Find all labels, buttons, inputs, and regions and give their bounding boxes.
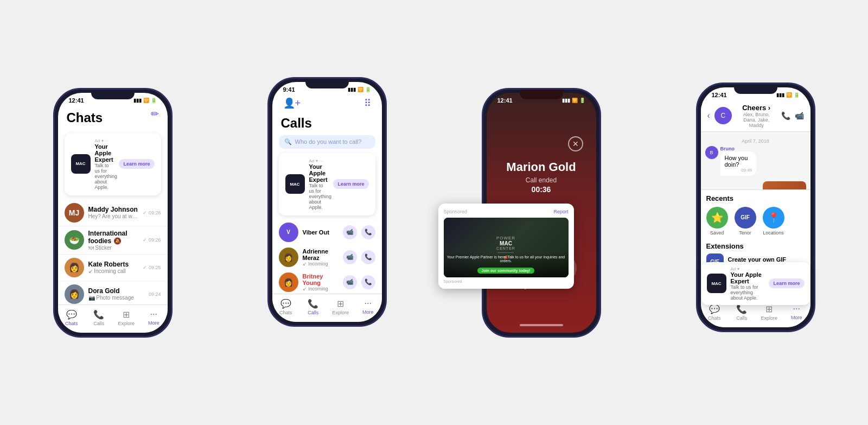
message-time-bruno: 09:49 bbox=[725, 168, 752, 173]
calls-top-icons: 👤+ ⠿ bbox=[272, 95, 382, 111]
call-item-britney[interactable]: 👩 Britney Young ↙ Incoming 📹 📞 bbox=[272, 270, 382, 294]
saved-icon-item[interactable]: ⭐ Saved bbox=[706, 207, 728, 236]
avatar-viber: V bbox=[279, 223, 298, 242]
status-icons-4: ▮▮▮ 🛜 🔋 bbox=[776, 92, 800, 98]
phone1: 12:41 ▮▮▮ 🛜 🔋 Chats ✏ MAC bbox=[53, 88, 173, 338]
tab-explore-label-2: Explore bbox=[332, 310, 349, 315]
video-header-icon[interactable]: 📹 bbox=[795, 111, 804, 120]
wifi-icon-4: 🛜 bbox=[786, 92, 792, 98]
phone2-wrapper: 9:41 ▮▮▮ 🛜 🔋 👤+ ⠿ Calls bbox=[267, 99, 387, 327]
tab-calls-1[interactable]: 📞 Calls bbox=[85, 309, 113, 326]
home-indicator-3 bbox=[520, 324, 563, 326]
ad-desc-2: Talk to us for everything about Apple. bbox=[309, 183, 329, 210]
report-link[interactable]: Report bbox=[553, 209, 568, 214]
tab-calls-2[interactable]: 📞 Calls bbox=[299, 299, 327, 315]
call-actions-viber: 📹 📞 bbox=[343, 225, 375, 239]
video-call-btn-britney[interactable]: 📹 bbox=[343, 275, 357, 289]
sponsored-label: Sponsored bbox=[444, 209, 468, 214]
search-bar-2[interactable]: 🔍 Who do you want to call? bbox=[279, 135, 375, 149]
tab-chats-label-4: Chats bbox=[708, 315, 721, 321]
back-button[interactable]: ‹ bbox=[707, 111, 710, 120]
audio-call-btn-britney[interactable]: 📞 bbox=[361, 275, 375, 289]
message-row-bruno: B Bruno How you doin? 09:49 bbox=[705, 146, 806, 178]
tab-more-2[interactable]: ··· More bbox=[354, 299, 382, 315]
ad-logo-overlay-text: MAC bbox=[711, 281, 721, 286]
tenor-icon-item[interactable]: GIF Tenor bbox=[735, 207, 756, 236]
wifi-icon-2: 🛜 bbox=[358, 87, 363, 92]
learn-more-btn-overlay[interactable]: Learn more bbox=[769, 278, 804, 288]
more-tab-icon-1: ··· bbox=[150, 309, 157, 319]
group-avatar: C bbox=[714, 107, 732, 124]
time-3: 12:41 bbox=[497, 97, 513, 104]
calls-list: V Viber Out 📹 📞 👩 Adrienne Meraz bbox=[272, 220, 382, 294]
add-contact-icon[interactable]: 👤+ bbox=[283, 97, 301, 109]
chat-name-dora: Dora Gold bbox=[88, 287, 144, 295]
ad-label-2: Ad bbox=[309, 158, 315, 163]
sponsored-card: Sponsored Report POWER MAC CENTER 🍎 You bbox=[438, 204, 574, 289]
chat-name-kate: Kate Roberts bbox=[88, 261, 139, 268]
call-item-viber[interactable]: V Viber Out 📹 📞 bbox=[272, 220, 382, 245]
audio-call-btn-viber[interactable]: 📞 bbox=[361, 225, 375, 239]
close-call-btn[interactable]: ✕ bbox=[568, 136, 583, 151]
locations-icon-item[interactable]: 📍 Locations bbox=[763, 207, 784, 236]
compose-button[interactable]: ✏ bbox=[151, 108, 159, 120]
notch1 bbox=[91, 90, 135, 99]
mac-label: MAC bbox=[496, 240, 515, 246]
time-1: 12:41 bbox=[69, 97, 84, 104]
avatar-adrienne: 👩 bbox=[279, 248, 298, 267]
ad-card-1[interactable]: MAC Ad ▾ ··· Your Apple Expert Talk to u… bbox=[65, 133, 161, 195]
bottom-ad-overlay[interactable]: MAC Ad ▾ Your Apple Expert Talk to us fo… bbox=[701, 262, 810, 305]
tab-calls-label-2: Calls bbox=[308, 310, 318, 315]
tab-more-4[interactable]: ··· More bbox=[783, 304, 810, 321]
avatar-intl: 🥗 bbox=[65, 230, 84, 250]
tab-explore-2[interactable]: ⊞ Explore bbox=[327, 299, 355, 315]
calls-tab-icon-4: 📞 bbox=[736, 304, 747, 314]
chat-content-kate: Kate Roberts ↙ Incoming call bbox=[88, 261, 139, 274]
tab-more-1[interactable]: ··· More bbox=[140, 309, 168, 326]
video-call-btn-adrienne[interactable]: 📹 bbox=[343, 250, 357, 264]
tab-calls-label-1: Calls bbox=[93, 321, 104, 326]
call-item-adrienne[interactable]: 👩 Adrienne Meraz ↙ Incoming 📹 📞 bbox=[272, 245, 382, 270]
chat-item-intl[interactable]: 🥗 International foodies 🔕 🍽 Sticker ✓ 09… bbox=[58, 226, 168, 255]
learn-more-btn-1[interactable]: Learn more bbox=[119, 159, 154, 169]
sponsored-cta-btn[interactable]: Join our community today! bbox=[477, 268, 535, 274]
explore-tab-icon-2: ⊞ bbox=[337, 299, 344, 309]
chat-item-maddy[interactable]: MJ Maddy Johnson Hey? Are you at work al… bbox=[58, 200, 168, 226]
ad-meta-overlay: Ad ▾ bbox=[731, 267, 765, 271]
ad-logo-1: MAC bbox=[71, 154, 91, 174]
audio-call-btn-adrienne[interactable]: 📞 bbox=[361, 250, 375, 264]
chat-item-kate[interactable]: 👩 Kate Roberts ↙ Incoming call ✓ 09:25 bbox=[58, 255, 168, 281]
ad-card-2[interactable]: MAC Ad ▾ ··· Your Apple Expert Talk to u… bbox=[279, 153, 375, 215]
call-name-britney: Britney Young bbox=[303, 273, 339, 286]
keypad-icon[interactable]: ⠿ bbox=[364, 97, 371, 109]
tab-explore-4[interactable]: ⊞ Explore bbox=[756, 304, 783, 321]
calls-tab-icon-1: 📞 bbox=[93, 309, 104, 320]
tab-calls-4[interactable]: 📞 Calls bbox=[728, 304, 756, 321]
learn-more-btn-2[interactable]: Learn more bbox=[333, 179, 368, 189]
recents-title: Recents bbox=[706, 194, 805, 202]
chat-name-intl: International foodies 🔕 bbox=[88, 230, 139, 245]
more-tab-icon-2: ··· bbox=[365, 299, 372, 308]
call-name-big: Marion Gold bbox=[506, 160, 576, 174]
tab-chats-2[interactable]: 💬 Chats bbox=[272, 299, 300, 315]
phone4-wrapper: 12:41 ▮▮▮ 🛜 🔋 ‹ C Cheers › Alex, Bruno, … bbox=[696, 93, 815, 332]
call-actions-britney: 📹 📞 bbox=[343, 275, 375, 289]
phone2-inner: 9:41 ▮▮▮ 🛜 🔋 👤+ ⠿ Calls bbox=[272, 82, 382, 322]
signal-icon-1: ▮▮▮ bbox=[133, 98, 142, 103]
tab-chats-1[interactable]: 💬 Chats bbox=[58, 309, 86, 326]
tab-explore-1[interactable]: ⊞ Explore bbox=[113, 309, 141, 326]
call-header-icon[interactable]: 📞 bbox=[781, 111, 790, 120]
status-icons-2: ▮▮▮ 🛜 🔋 bbox=[348, 87, 371, 92]
battery-icon-3: 🔋 bbox=[579, 98, 585, 103]
video-call-btn-viber[interactable]: 📹 bbox=[343, 225, 357, 239]
tab-chats-4[interactable]: 💬 Chats bbox=[701, 304, 729, 321]
tab-explore-label-4: Explore bbox=[761, 315, 777, 321]
explore-tab-icon-4: ⊞ bbox=[765, 304, 773, 314]
avatar-bruno-msg: B bbox=[705, 146, 718, 159]
calls-title: Calls bbox=[281, 116, 373, 131]
notch4 bbox=[734, 84, 777, 94]
time-4: 12:41 bbox=[712, 92, 727, 98]
ad-name-overlay: Your Apple Expert bbox=[731, 271, 765, 284]
ad-content-1: Ad ▾ ··· Your Apple Expert Talk to us fo… bbox=[95, 138, 115, 190]
chat-item-dora[interactable]: 👩 Dora Gold 📷 Photo message 09:24 bbox=[58, 281, 168, 305]
